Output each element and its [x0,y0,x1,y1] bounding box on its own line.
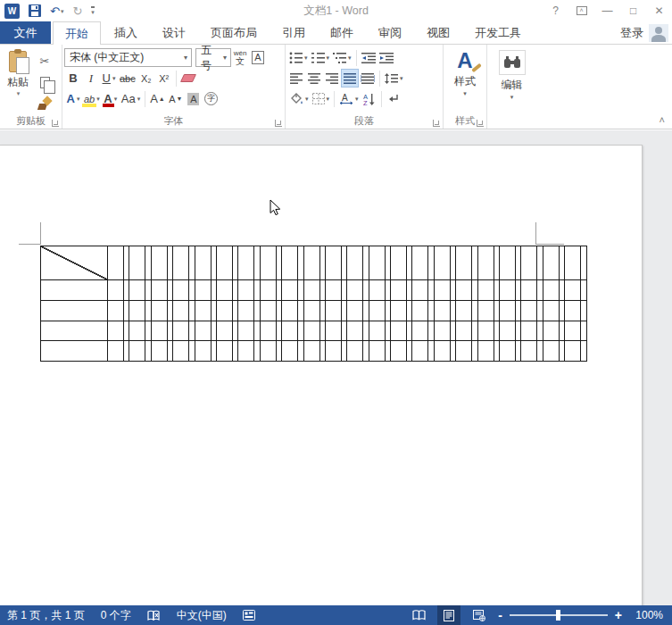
save-button[interactable] [29,4,41,17]
italic-button[interactable]: I [82,69,100,88]
numbering-button[interactable]: ▾ [310,48,332,67]
table-cell[interactable] [189,246,194,279]
chevron-down-icon[interactable]: ▾ [96,96,100,103]
text-effects-button[interactable]: A ▾ [64,89,82,108]
minimize-button[interactable]: — [594,0,620,21]
table-cell[interactable] [212,321,216,340]
input-mode-indicator[interactable] [243,610,255,621]
tab-view[interactable]: 视图 [415,21,461,44]
paste-button[interactable]: 粘贴 ▾ [2,47,34,116]
copy-button[interactable] [34,72,55,92]
table-cell[interactable] [304,301,319,321]
table-cell[interactable] [145,280,150,300]
chevron-down-icon[interactable]: ▾ [180,54,191,62]
table-cell[interactable] [516,321,520,340]
table-cell[interactable] [347,341,362,361]
table-cell[interactable] [189,280,194,300]
table-cell[interactable] [581,246,585,279]
table-cell[interactable] [108,301,123,321]
web-layout-button[interactable] [468,605,491,625]
table-cell[interactable] [369,321,385,340]
strikethrough-button[interactable]: abc [118,69,137,88]
zoom-in-button[interactable]: + [615,608,622,622]
table-cell[interactable] [560,246,564,279]
table-cell[interactable] [254,280,259,300]
table-cell[interactable] [500,280,515,300]
table-cell[interactable] [456,301,471,321]
increase-indent-button[interactable] [377,48,395,67]
chevron-down-icon[interactable]: ▾ [348,54,352,62]
table-cell[interactable] [407,321,411,340]
superscript-button[interactable]: X² [155,69,173,88]
table-cell[interactable] [494,246,499,279]
table-cell[interactable] [320,301,325,321]
table-cell[interactable] [386,341,390,361]
table-cell[interactable] [521,301,536,321]
table-cell[interactable] [168,280,172,300]
table-cell[interactable] [347,280,362,300]
table-cell[interactable] [282,301,297,321]
table-cell[interactable] [369,280,385,300]
table-cell[interactable] [537,246,542,279]
table-cell[interactable] [456,280,471,300]
table-cell[interactable] [320,280,325,300]
table-cell[interactable] [298,301,303,321]
table-cell[interactable] [233,246,237,279]
table-cell[interactable] [254,341,259,361]
table-cell[interactable] [581,321,585,340]
print-layout-button[interactable] [437,605,460,625]
table-cell[interactable] [386,301,390,321]
table-cell[interactable] [435,321,450,340]
table-cell[interactable] [277,301,281,321]
table-cell[interactable] [261,341,276,361]
table-cell[interactable] [304,321,319,340]
table-cell[interactable] [521,321,536,340]
tab-file[interactable]: 文件 [0,21,51,44]
line-spacing-button[interactable]: ▾ [383,69,405,88]
table-cell[interactable] [386,321,390,340]
table-cell[interactable] [494,321,499,340]
table-cell[interactable] [145,246,150,279]
table-cell[interactable] [494,341,499,361]
table-cell[interactable] [195,280,211,300]
table-cell[interactable] [560,280,564,300]
clipboard-dialog-launcher[interactable] [52,120,59,127]
tab-page-layout[interactable]: 页面布局 [199,21,269,44]
table-cell[interactable] [189,321,194,340]
table-cell[interactable] [342,341,346,361]
table-cell[interactable] [342,301,346,321]
table-cell[interactable] [277,321,281,340]
table-cell[interactable] [145,321,150,340]
table-cell[interactable] [129,246,145,279]
table-cell[interactable] [282,246,297,279]
chevron-down-icon[interactable]: ▾ [112,75,116,82]
subscript-button[interactable]: X₂ [137,69,155,88]
format-painter-button[interactable] [34,94,55,113]
table-cell[interactable] [451,246,455,279]
table-cell[interactable] [500,246,515,279]
table-cell[interactable] [543,341,559,361]
table-cell[interactable] [189,341,194,361]
chevron-down-icon[interactable]: ▾ [327,54,330,62]
table-cell[interactable] [282,341,297,361]
document-page[interactable] [0,145,643,625]
table-cell[interactable] [478,301,494,321]
table-cell[interactable] [129,341,145,361]
table-cell[interactable] [41,301,107,321]
shading-button[interactable]: ▾ [287,89,311,108]
undo-dropdown[interactable]: ▾ [61,8,64,14]
table-cell[interactable] [560,341,564,361]
table-cell[interactable] [326,321,341,340]
table-cell[interactable] [124,280,129,300]
ribbon-display-options-button[interactable]: ˄ [568,0,594,21]
language-indicator[interactable]: 中文(中国) [177,608,227,623]
table-cell[interactable] [173,321,188,340]
zoom-level[interactable]: 100% [629,609,663,621]
table-cell[interactable] [428,321,433,340]
table-cell[interactable] [516,246,520,279]
shrink-font-button[interactable]: A▼ [167,89,185,108]
table-cell[interactable] [363,246,368,279]
table-cell[interactable] [386,246,390,279]
underline-button[interactable]: U ▾ [100,69,118,88]
chevron-down-icon[interactable]: ▾ [77,96,80,103]
